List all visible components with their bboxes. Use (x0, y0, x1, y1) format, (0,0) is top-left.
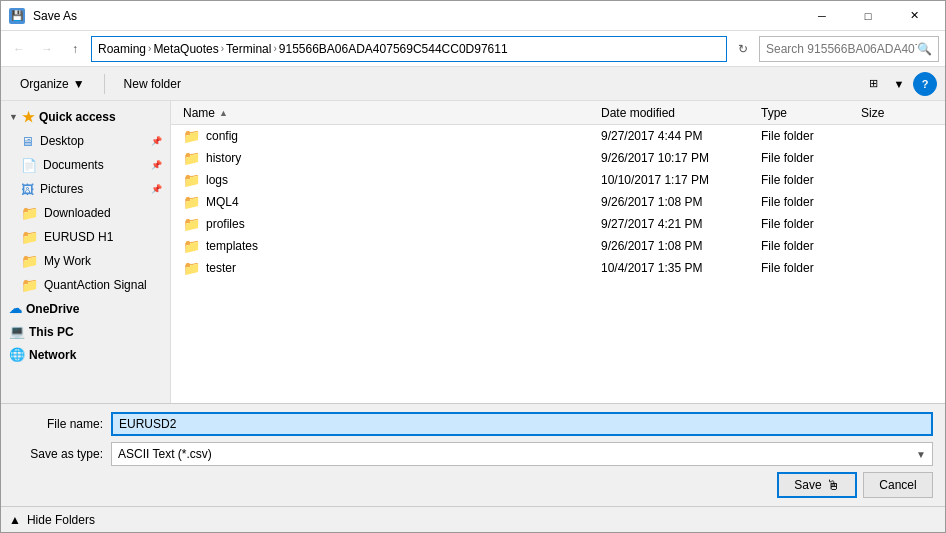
file-cell-name: 📁 tester (179, 260, 597, 276)
sidebar-item-quantaction-label: QuantAction Signal (44, 278, 147, 292)
search-input[interactable] (766, 42, 917, 56)
view-mode-button[interactable]: ⊞ (861, 72, 885, 96)
sidebar-item-mywork[interactable]: 📁 My Work (1, 249, 170, 273)
file-name-text: logs (206, 173, 228, 187)
file-cell-type: File folder (757, 195, 857, 209)
save-button-label: Save (794, 478, 821, 492)
sidebar-item-pictures[interactable]: 🖼 Pictures 📌 (1, 177, 170, 201)
col-header-name[interactable]: Name ▲ (179, 101, 597, 124)
new-folder-button[interactable]: New folder (113, 71, 192, 97)
file-cell-name: 📁 history (179, 150, 597, 166)
table-row[interactable]: 📁 config 9/27/2017 4:44 PM File folder (171, 125, 945, 147)
bottom-area: File name: Save as type: ASCII Text (*.c… (1, 403, 945, 506)
table-row[interactable]: 📁 MQL4 9/26/2017 1:08 PM File folder (171, 191, 945, 213)
path-arrow-3: › (273, 43, 276, 54)
filename-input[interactable] (111, 412, 933, 436)
folder-icon: 📁 (183, 172, 200, 188)
file-list-header: Name ▲ Date modified Type Size (171, 101, 945, 125)
file-cell-type: File folder (757, 173, 857, 187)
file-rows-container: 📁 config 9/27/2017 4:44 PM File folder 📁… (171, 125, 945, 279)
file-cell-name: 📁 config (179, 128, 597, 144)
pin-icon-documents: 📌 (151, 160, 162, 170)
file-cell-date: 10/4/2017 1:35 PM (597, 261, 757, 275)
table-row[interactable]: 📁 logs 10/10/2017 1:17 PM File folder (171, 169, 945, 191)
network-label: Network (29, 348, 76, 362)
thispc-header[interactable]: 💻 This PC (1, 320, 170, 343)
file-cell-type: File folder (757, 129, 857, 143)
sidebar-item-quantaction[interactable]: 📁 QuantAction Signal (1, 273, 170, 297)
forward-button[interactable]: → (35, 37, 59, 61)
file-name-text: MQL4 (206, 195, 239, 209)
network-header[interactable]: 🌐 Network (1, 343, 170, 366)
content-area: ▼ ★ Quick access 🖥 Desktop 📌 📄 Documents… (1, 101, 945, 403)
help-button[interactable]: ? (913, 72, 937, 96)
pin-icon-pictures: 📌 (151, 184, 162, 194)
file-name-text: config (206, 129, 238, 143)
col-date-label: Date modified (601, 106, 675, 120)
quantaction-icon: 📁 (21, 277, 38, 293)
view-dropdown-button[interactable]: ▼ (887, 72, 911, 96)
onedrive-header[interactable]: ☁ OneDrive (1, 297, 170, 320)
search-box[interactable]: 🔍 (759, 36, 939, 62)
file-cell-date: 10/10/2017 1:17 PM (597, 173, 757, 187)
save-icon: 💾 (9, 8, 25, 24)
path-seg-3: Terminal (226, 42, 271, 56)
onedrive-label: OneDrive (26, 302, 79, 316)
minimize-button[interactable]: ─ (799, 1, 845, 31)
desktop-icon: 🖥 (21, 134, 34, 149)
table-row[interactable]: 📁 templates 9/26/2017 1:08 PM File folde… (171, 235, 945, 257)
sidebar-item-pictures-label: Pictures (40, 182, 83, 196)
eurusd-icon: 📁 (21, 229, 38, 245)
file-cell-name: 📁 profiles (179, 216, 597, 232)
folder-icon: 📁 (183, 216, 200, 232)
table-row[interactable]: 📁 history 9/26/2017 10:17 PM File folder (171, 147, 945, 169)
cancel-button[interactable]: Cancel (863, 472, 933, 498)
path-seg-1: Roaming (98, 42, 146, 56)
thispc-icon: 💻 (9, 324, 25, 339)
quick-access-chevron: ▼ (9, 112, 18, 122)
sidebar-item-documents-label: Documents (43, 158, 104, 172)
quick-access-label: Quick access (39, 110, 116, 124)
pictures-icon: 🖼 (21, 182, 34, 197)
table-row[interactable]: 📁 profiles 9/27/2017 4:21 PM File folder (171, 213, 945, 235)
close-button[interactable]: ✕ (891, 1, 937, 31)
col-header-type[interactable]: Type (757, 101, 857, 124)
sidebar-item-desktop[interactable]: 🖥 Desktop 📌 (1, 129, 170, 153)
hide-folders-bar[interactable]: ▲ Hide Folders (1, 506, 945, 532)
file-cell-date: 9/26/2017 10:17 PM (597, 151, 757, 165)
save-button[interactable]: Save 🖱 (777, 472, 857, 498)
maximize-button[interactable]: □ (845, 1, 891, 31)
col-header-date[interactable]: Date modified (597, 101, 757, 124)
path-arrow-2: › (221, 43, 224, 54)
path-seg-4: 915566BA06ADA407569C544CC0D97611 (279, 42, 508, 56)
sort-arrow: ▲ (219, 108, 228, 118)
file-name-text: templates (206, 239, 258, 253)
quick-access-header[interactable]: ▼ ★ Quick access (1, 105, 170, 129)
title-bar: 💾 Save As ─ □ ✕ (1, 1, 945, 31)
organize-label: Organize (20, 77, 69, 91)
sidebar-item-documents[interactable]: 📄 Documents 📌 (1, 153, 170, 177)
file-cell-date: 9/26/2017 1:08 PM (597, 239, 757, 253)
up-button[interactable]: ↑ (63, 37, 87, 61)
downloaded-icon: 📁 (21, 205, 38, 221)
window-title: Save As (33, 9, 77, 23)
onedrive-icon: ☁ (9, 301, 22, 316)
new-folder-label: New folder (124, 77, 181, 91)
search-icon: 🔍 (917, 42, 932, 56)
back-button[interactable]: ← (7, 37, 31, 61)
path-seg-2: MetaQuotes (153, 42, 218, 56)
col-header-size[interactable]: Size (857, 101, 937, 124)
folder-icon: 📁 (183, 238, 200, 254)
savetype-select[interactable]: ASCII Text (*.csv) ▼ (111, 442, 933, 466)
filename-label: File name: (13, 417, 103, 431)
sidebar-item-eurusd[interactable]: 📁 EURUSD H1 (1, 225, 170, 249)
title-bar-left: 💾 Save As (9, 8, 77, 24)
file-name-text: history (206, 151, 241, 165)
address-path[interactable]: Roaming › MetaQuotes › Terminal › 915566… (91, 36, 727, 62)
organize-button[interactable]: Organize ▼ (9, 71, 96, 97)
sidebar-item-desktop-label: Desktop (40, 134, 84, 148)
sidebar-item-downloaded-label: Downloaded (44, 206, 111, 220)
table-row[interactable]: 📁 tester 10/4/2017 1:35 PM File folder (171, 257, 945, 279)
refresh-button[interactable]: ↻ (731, 37, 755, 61)
sidebar-item-downloaded[interactable]: 📁 Downloaded (1, 201, 170, 225)
